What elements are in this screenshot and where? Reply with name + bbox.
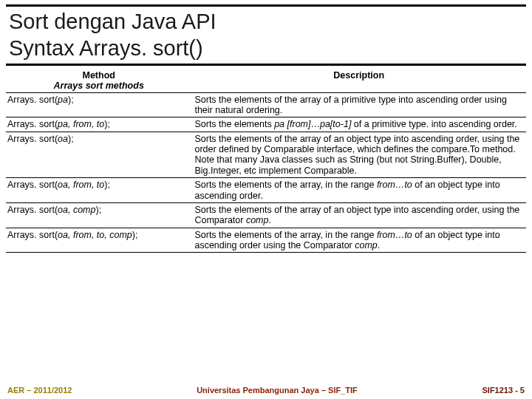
cell-method: Arrays. sort(oa, from, to, comp); <box>6 228 193 253</box>
footer-left: AER – 2011/2012 <box>7 386 72 395</box>
method-args: pa, from, to <box>58 119 104 129</box>
slide-title-line1: Sort dengan Java API <box>9 8 523 35</box>
method-prefix: Arrays. sort( <box>7 180 58 190</box>
method-args: oa, comp <box>58 205 95 215</box>
methods-table: Method Arrays sort methods Description A… <box>6 69 526 253</box>
cell-description: Sorts the elements pa [from]…pa[to-1] of… <box>193 117 526 132</box>
footer-mid: Universitas Pembangunan Jaya – SIF_TIF <box>197 386 358 395</box>
method-prefix: Arrays. sort( <box>7 95 58 105</box>
method-tail: ); <box>104 119 110 129</box>
table-row: Arrays. sort(oa, comp);Sorts the element… <box>6 202 526 228</box>
th-description: Description <box>193 69 526 93</box>
method-tail: ); <box>132 230 138 240</box>
method-args: pa <box>58 95 68 105</box>
method-tail: ); <box>68 134 74 144</box>
cell-method: Arrays. sort(pa); <box>6 92 193 117</box>
cell-description: Sorts the elements of the array of an ob… <box>193 132 526 178</box>
method-tail: ); <box>95 205 101 215</box>
method-tail: ); <box>104 180 110 190</box>
method-prefix: Arrays. sort( <box>7 119 58 129</box>
method-args: oa, from, to, comp <box>58 230 132 240</box>
method-prefix: Arrays. sort( <box>7 205 58 215</box>
table-row: Arrays. sort(pa);Sorts the elements of t… <box>6 92 526 117</box>
cell-description: Sorts the elements of the array, in the … <box>193 228 526 253</box>
footer-right: SIF1213 - 5 <box>482 386 525 395</box>
cell-method: Arrays. sort(pa, from, to); <box>6 117 193 132</box>
th-method: Method Arrays sort methods <box>6 69 193 93</box>
table-row: Arrays. sort(oa, from, to);Sorts the ele… <box>6 178 526 203</box>
method-prefix: Arrays. sort( <box>7 134 58 144</box>
table-row: Arrays. sort(pa, from, to);Sorts the ele… <box>6 117 526 132</box>
cell-description: Sorts the elements of the array, in the … <box>193 178 526 203</box>
slide-title-block: Sort dengan Java API Syntax Arrays. sort… <box>6 4 526 66</box>
method-prefix: Arrays. sort( <box>7 230 58 240</box>
th-method-sub: Arrays sort methods <box>7 81 190 91</box>
method-args: oa, from, to <box>58 180 104 190</box>
th-method-label: Method <box>83 70 115 81</box>
slide-footer: AER – 2011/2012 Universitas Pembangunan … <box>0 386 532 395</box>
table-row: Arrays. sort(oa, from, to, comp);Sorts t… <box>6 228 526 253</box>
cell-description: Sorts the elements of the array of an ob… <box>193 202 526 228</box>
table-row: Arrays. sort(oa);Sorts the elements of t… <box>6 132 526 178</box>
cell-method: Arrays. sort(oa, from, to); <box>6 178 193 203</box>
cell-method: Arrays. sort(oa); <box>6 132 193 178</box>
method-tail: ); <box>68 95 74 105</box>
method-args: oa <box>58 134 68 144</box>
cell-description: Sorts the elements of the array of a pri… <box>193 92 526 117</box>
cell-method: Arrays. sort(oa, comp); <box>6 202 193 228</box>
slide-title-line2: Syntax Arrays. sort() <box>9 35 523 61</box>
